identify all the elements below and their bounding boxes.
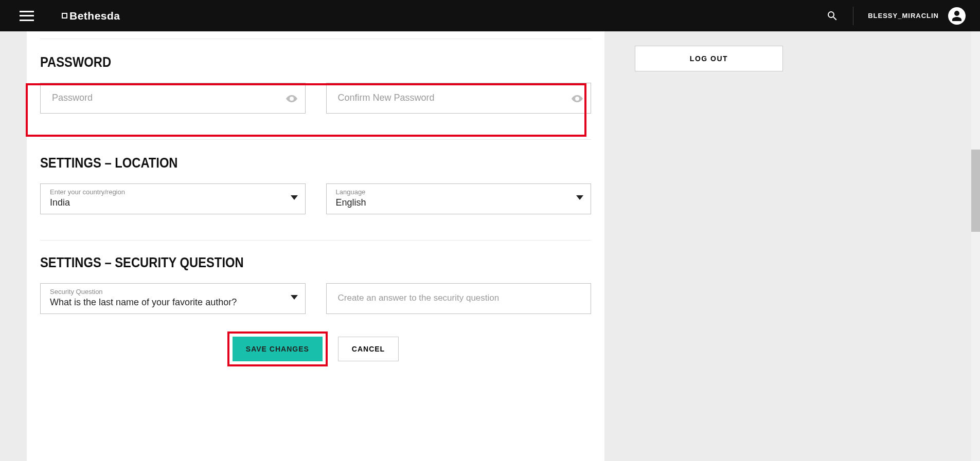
section-title-location: SETTINGS – LOCATION [40,155,525,171]
security-question-select[interactable]: Security Question What is the last name … [40,283,306,314]
eye-icon[interactable] [286,93,298,105]
language-label: Language [336,188,366,196]
user-icon [951,10,963,22]
app-header: Bethesda BLESSY_MIRACLIN [0,0,980,31]
divider [40,139,591,140]
avatar[interactable] [948,7,966,25]
security-answer-input[interactable]: Create an answer to the security questio… [326,283,592,314]
section-title-password: PASSWORD [40,54,525,70]
brand-text: Bethesda [69,10,120,22]
header-divider [853,7,853,25]
logout-button[interactable]: LOG OUT [635,46,783,71]
section-title-security: SETTINGS – SECURITY QUESTION [40,255,525,271]
language-select[interactable]: Language English [326,183,592,214]
scrollbar-track[interactable] [971,31,980,461]
main-content: PASSWORD Password Confirm New Password [27,31,604,461]
chevron-down-icon[interactable] [291,195,298,200]
header-username[interactable]: BLESSY_MIRACLIN [868,12,939,20]
eye-icon[interactable] [571,93,583,105]
country-value: India [50,197,70,208]
security-question-value: What is the last name of your favorite a… [50,297,237,308]
confirm-password-placeholder: Confirm New Password [338,93,435,103]
password-placeholder: Password [52,93,93,103]
country-label: Enter your country/region [50,188,125,196]
form-actions: SAVE CHANGES CANCEL [33,337,598,361]
scrollbar-thumb[interactable] [971,150,980,232]
security-answer-placeholder: Create an answer to the security questio… [338,293,500,303]
divider [40,240,591,241]
save-button[interactable]: SAVE CHANGES [233,337,323,361]
sidebar: LOG OUT [611,31,807,71]
divider [40,39,591,39]
menu-icon[interactable] [20,11,34,21]
confirm-password-input[interactable]: Confirm New Password [326,83,592,114]
brand-square-icon [62,13,67,19]
brand-logo[interactable]: Bethesda [62,10,120,22]
cancel-button[interactable]: CANCEL [338,337,399,361]
language-value: English [336,197,366,208]
country-select[interactable]: Enter your country/region India [40,183,306,214]
search-icon[interactable] [826,10,839,22]
chevron-down-icon[interactable] [291,295,298,300]
chevron-down-icon[interactable] [576,195,583,200]
security-question-label: Security Question [50,288,103,296]
password-input[interactable]: Password [40,83,306,114]
